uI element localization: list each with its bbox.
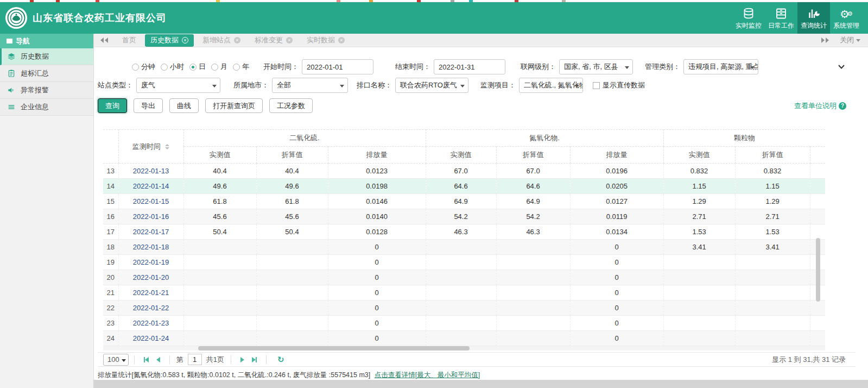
sort-icon[interactable] (165, 144, 169, 149)
row-index-cell: 24 (103, 331, 118, 346)
horizontal-scrollbar[interactable] (103, 346, 825, 351)
date-cell[interactable]: 2022-01-16 (118, 209, 183, 224)
radio-month[interactable]: 月 (211, 62, 227, 72)
radio-year[interactable]: 年 (233, 62, 249, 72)
speaker-icon (7, 86, 16, 95)
prev-page-button[interactable] (156, 357, 160, 362)
nav-system-management[interactable]: ⚙⚙ 系统管理 (830, 2, 863, 34)
value-cell: 49.6 (183, 179, 256, 194)
date-cell[interactable]: 2022-01-14 (118, 179, 183, 194)
collapse-filters-icon[interactable] (838, 63, 845, 71)
value-cell: 50.4 (256, 224, 328, 240)
start-time-input[interactable] (302, 59, 373, 74)
close-tab-icon[interactable]: × (182, 37, 188, 43)
table-row[interactable]: 232022-01-2300 (103, 316, 825, 331)
close-tabs-dropdown[interactable]: 关闭 (840, 35, 860, 45)
tab-standard-change[interactable]: 标准变更× (249, 34, 298, 47)
end-time-input[interactable] (434, 59, 505, 74)
close-tab-icon[interactable]: × (234, 37, 240, 43)
monitor-item-select[interactable]: 二氧化硫., 氮氧化物., 颗粒 (519, 78, 583, 93)
value-cell (496, 255, 570, 270)
table-row[interactable]: 242022-01-2400 (103, 331, 825, 346)
table-row[interactable]: 172022-01-1750.450.40.012846.346.30.0134… (103, 224, 825, 240)
database-icon (742, 6, 755, 20)
value-cell (183, 255, 256, 270)
open-new-query-button[interactable]: 打开新查询页 (205, 98, 263, 113)
nav-daily-work[interactable]: 日常工作 (765, 2, 797, 34)
last-page-button[interactable] (252, 357, 257, 362)
unit-description-link[interactable]: 查看单位说明? (794, 101, 846, 111)
radio-icon (211, 64, 218, 71)
sidebar-item-history-data[interactable]: 历史数据 (0, 48, 93, 65)
table-row[interactable]: 212022-01-2100 (103, 285, 825, 301)
value-cell: 0 (570, 285, 663, 301)
date-cell[interactable]: 2022-01-17 (118, 224, 183, 240)
tab-home[interactable]: 首页 (117, 34, 142, 47)
page-size-select[interactable]: 100 (103, 354, 129, 366)
row-index-cell: 18 (103, 240, 118, 255)
radio-hour[interactable]: 小时 (161, 62, 184, 72)
row-index-cell: 23 (103, 316, 118, 331)
page-number-input[interactable] (188, 354, 202, 365)
content-panel: 分钟 小时 日 月 年 开始时间： 结束时间： 联网级别： 国家, 省, 市, … (94, 47, 868, 380)
refresh-icon[interactable]: ↻ (277, 355, 284, 365)
table-row[interactable]: 182022-01-18003.413.41 (103, 240, 825, 255)
first-page-button[interactable] (144, 357, 149, 362)
table-row[interactable]: 132022-01-1340.440.40.012367.067.00.0196… (103, 164, 825, 179)
sidebar-header: 导航 (0, 34, 93, 48)
table-row[interactable]: 162022-01-1645.645.60.014054.254.20.0119… (103, 209, 825, 224)
tabs-scroll-left-icon[interactable] (100, 37, 109, 43)
close-tab-icon[interactable]: × (286, 37, 293, 43)
row-index-cell: 14 (103, 179, 118, 194)
network-level-select[interactable]: 国家, 省, 市, 区县 (559, 59, 633, 74)
radio-day[interactable]: 日 (189, 62, 206, 72)
next-page-button[interactable] (240, 357, 244, 362)
value-cell: 0 (328, 316, 426, 331)
table-row[interactable]: 142022-01-1449.649.60.019864.664.60.0205… (103, 179, 825, 194)
tab-realtime-data[interactable]: 实时数据× (301, 34, 350, 47)
date-cell[interactable]: 2022-01-13 (118, 164, 183, 179)
table-row[interactable]: 192022-01-1900 (103, 255, 825, 270)
table-row[interactable]: 202022-01-2000 (103, 270, 825, 285)
mgmt-category-select[interactable]: 违规项目, 高架源, 重点排 (683, 59, 758, 74)
date-cell[interactable]: 2022-01-18 (118, 240, 183, 255)
value-cell (496, 240, 570, 255)
nav-query-statistics[interactable]: 查询统计 (797, 2, 830, 34)
export-button[interactable]: 导出 (134, 98, 163, 113)
table-vertical-scrollbar-thumb[interactable] (816, 238, 820, 302)
date-cell[interactable]: 2022-01-22 (118, 301, 183, 316)
tabs-scroll-right-icon[interactable] (820, 37, 829, 43)
outlet-name-select[interactable]: 联合农药RTO废气 (395, 78, 468, 93)
station-type-select[interactable]: 废气 (136, 78, 220, 93)
sidebar-item-company-info[interactable]: 企业信息 (0, 99, 93, 116)
tab-new-station[interactable]: 新增站点× (197, 34, 246, 47)
time-column-header[interactable]: 监测时间 (118, 130, 183, 164)
tab-history-data[interactable]: 历史数据× (145, 34, 194, 47)
value-cell-partial (810, 331, 825, 346)
date-cell[interactable]: 2022-01-19 (118, 255, 183, 270)
value-cell (496, 285, 570, 301)
city-select[interactable]: 全部 (272, 78, 348, 93)
close-tab-icon[interactable]: × (338, 37, 345, 43)
date-cell[interactable]: 2022-01-24 (118, 331, 183, 346)
nav-realtime-monitor[interactable]: 实时监控 (732, 2, 765, 34)
curve-button[interactable]: 曲线 (169, 98, 199, 113)
value-cell: 0.0146 (328, 194, 426, 209)
sidebar-item-abnormal-alarm[interactable]: 异常报警 (0, 82, 93, 99)
caret-down-icon (625, 66, 629, 69)
date-cell[interactable]: 2022-01-15 (118, 194, 183, 209)
radio-minute[interactable]: 分钟 (132, 62, 155, 72)
condition-params-button[interactable]: 工况参数 (269, 98, 313, 113)
sidebar-item-exceed-summary[interactable]: 超标汇总 (0, 65, 93, 82)
date-cell[interactable]: 2022-01-23 (118, 316, 183, 331)
direct-data-checkbox[interactable]: 显示直传数据 (593, 80, 645, 90)
date-cell[interactable]: 2022-01-20 (118, 270, 183, 285)
bottom-edge-strip (0, 380, 868, 388)
table-row[interactable]: 222022-01-2200 (103, 301, 825, 316)
date-cell[interactable]: 2022-01-21 (118, 285, 183, 301)
value-cell: 64.6 (426, 179, 496, 194)
query-button[interactable]: 查询 (98, 98, 127, 113)
view-detail-link[interactable]: 点击查看详情[最大、最小和平均值] (375, 371, 480, 379)
table-row[interactable]: 152022-01-1561.861.80.014664.964.90.0127… (103, 194, 825, 209)
horizontal-scrollbar-thumb[interactable] (198, 346, 470, 351)
